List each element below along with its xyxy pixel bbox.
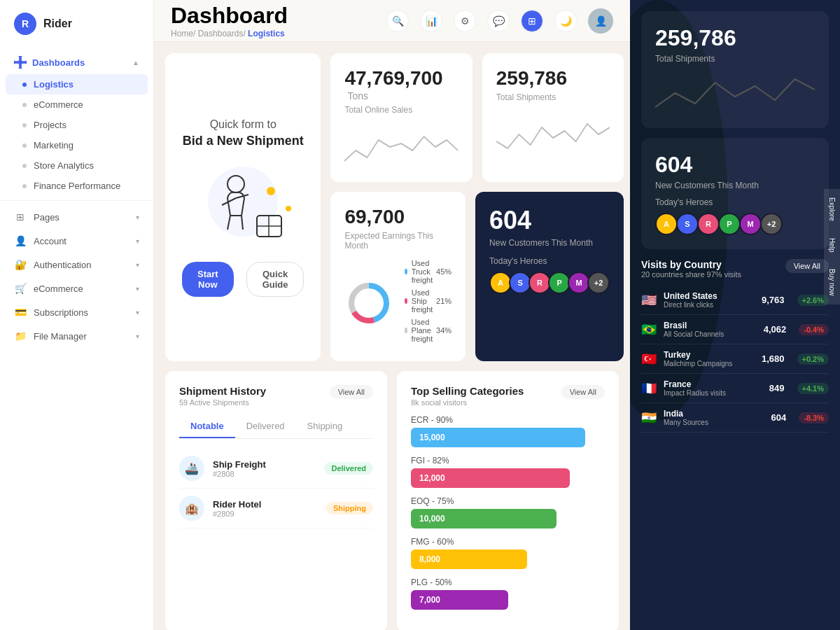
- svg-point-10: [286, 206, 291, 211]
- hero-avatar: P: [718, 213, 741, 235]
- sidebar-ecommerce-toggle[interactable]: 🛒 eCommerce ▾: [0, 276, 153, 300]
- list-item: 🇧🇷 Brasil All Social Channels 4,062 -0.4…: [641, 315, 829, 344]
- change-badge: -8.3%: [799, 412, 829, 424]
- heroes-avatars: A S R P M +2: [489, 272, 610, 294]
- change-badge: +4.1%: [797, 383, 830, 394]
- quick-form-card: Quick form to Bid a New Shipment: [165, 53, 321, 361]
- tr-flag: 🇹🇷: [641, 351, 657, 367]
- dark-shipments-card: 259,786 Total Shipments: [641, 11, 829, 128]
- user-avatar[interactable]: 👤: [588, 8, 613, 34]
- chevron-down-icon: ▾: [136, 214, 139, 221]
- stat-total-online-sales: 47,769,700 Tons Total Online Sales: [330, 53, 472, 182]
- table-row: 🚢 Ship Freight #2808 Delivered: [179, 449, 373, 489]
- visits-subtitle: 20 countries share 97% visits: [641, 270, 741, 279]
- tab-delivered[interactable]: Delivered: [235, 415, 296, 438]
- quick-form-title: Quick form to: [210, 118, 276, 131]
- chevron-down-icon: ▾: [136, 332, 139, 340]
- sidebar-item-store-analytics[interactable]: Store Analytics: [0, 155, 153, 176]
- stat-number: 69,700: [344, 206, 405, 227]
- shipment-view-all-button[interactable]: View All: [330, 385, 373, 399]
- category-bar: 10,000: [411, 509, 556, 528]
- ecommerce-icon: 🛒: [14, 282, 27, 295]
- heroes-section: Today's Heroes A S R P M +2: [489, 256, 610, 294]
- sidebar-subscriptions-toggle[interactable]: 💳 Subscriptions ▾: [0, 300, 153, 324]
- dot-icon: [22, 83, 27, 87]
- sidebar-filemanager-toggle[interactable]: 📁 File Manager ▾: [0, 324, 153, 348]
- apps-icon[interactable]: ⊞: [521, 10, 543, 32]
- filemanager-icon: 📁: [14, 330, 27, 342]
- stat-earnings: 69,700 Expected Earnings This Month: [330, 192, 465, 361]
- ship-freight-label: Used Ship freight 21%: [405, 288, 451, 314]
- app-logo: R Rider: [0, 0, 153, 48]
- svg-point-9: [267, 187, 275, 195]
- chevron-up-icon: ▲: [132, 59, 139, 66]
- sidebar-item-logistics[interactable]: Logistics: [6, 74, 148, 94]
- app-name: Rider: [43, 18, 72, 30]
- start-now-button[interactable]: Start Now: [182, 262, 234, 297]
- categories-subtitle: 8k social visitors: [411, 398, 524, 407]
- hero-avatar: A: [655, 213, 678, 235]
- category-bar: 15,000: [411, 428, 585, 447]
- search-icon[interactable]: 🔍: [386, 10, 409, 32]
- tab-notable[interactable]: Notable: [179, 415, 235, 438]
- ship-icon: 🚢: [179, 456, 204, 481]
- heroes-section-dark: Today's Heroes A S R P M +2: [655, 197, 815, 235]
- shipment-history-card: Shipment History 59 Active Shipments Vie…: [165, 371, 387, 630]
- plane-freight-label: Used Plane freight 34%: [405, 318, 451, 343]
- shipment-id: #2808: [213, 470, 316, 478]
- quick-form-buttons: Start Now Quick Guide: [182, 262, 304, 297]
- dot-icon: [22, 164, 27, 168]
- truck-freight-label: Used Truck freight 45%: [405, 259, 451, 284]
- chart-icon[interactable]: 📊: [420, 10, 442, 32]
- sidebar-dashboards-toggle[interactable]: Dashboards ▲: [0, 50, 153, 74]
- hero-avatar: S: [676, 213, 699, 235]
- table-row: 🏨 Rider Hotel #2809 Shipping: [179, 489, 373, 528]
- categories-title: Top Selling Categories: [411, 385, 524, 397]
- svg-rect-3: [22, 64, 27, 69]
- stat-total-shipments: 259,786 Total Shipments: [482, 53, 624, 182]
- list-item: 🇹🇷 Turkey Mailchimp Campaigns 1,680 +0.2…: [641, 344, 829, 374]
- shipment-history-subtitle: 59 Active Shipments: [179, 398, 266, 407]
- chevron-down-icon: ▾: [136, 309, 139, 316]
- theme-icon[interactable]: 🌙: [554, 10, 577, 32]
- topbar-right: 🔍 📊 ⚙ 💬 ⊞ 🌙 👤: [386, 8, 613, 34]
- sidebar-authentication-toggle[interactable]: 🔐 Authentication ▾: [0, 253, 153, 276]
- us-flag: 🇺🇸: [641, 293, 657, 308]
- shipments-chart: [496, 113, 610, 155]
- visits-view-all-button[interactable]: View All: [785, 259, 829, 273]
- list-item: 🇮🇳 India Many Sources 604 -8.3%: [641, 403, 829, 433]
- dashboard-icon: [14, 56, 27, 69]
- messages-icon[interactable]: 💬: [487, 10, 510, 32]
- list-item: 🇺🇸 United States Direct link clicks 9,76…: [641, 286, 829, 315]
- categories-list: ECR - 90% 15,000 FGI - 82% 12,000 EOQ - …: [411, 415, 605, 610]
- svg-rect-0: [14, 56, 19, 61]
- hero-avatar: +2: [760, 213, 783, 235]
- truck-dot: [405, 269, 407, 274]
- categories-view-all-button[interactable]: View All: [561, 385, 605, 399]
- category-bar: 7,000: [411, 590, 508, 610]
- tab-shipping[interactable]: Shipping: [296, 415, 354, 438]
- dot-icon: [22, 123, 27, 127]
- sidebar-account-toggle[interactable]: 👤 Account ▾: [0, 229, 153, 253]
- change-badge: +0.2%: [797, 354, 830, 365]
- pages-icon: ⊞: [14, 211, 27, 223]
- hero-avatar: R: [697, 213, 720, 235]
- stat-number: 47,769,700: [344, 67, 442, 89]
- sidebar-item-finance-performance[interactable]: Finance Performance: [0, 176, 153, 196]
- logo-icon: R: [14, 13, 36, 35]
- breadcrumb: Home/ Dashboards/ Logistics: [171, 29, 288, 38]
- br-flag: 🇧🇷: [641, 322, 657, 337]
- hero-avatar-more: +2: [587, 272, 610, 294]
- quick-guide-button[interactable]: Quick Guide: [246, 262, 304, 297]
- list-item: FMG - 60% 8,000: [411, 537, 605, 569]
- chevron-down-icon: ▾: [136, 237, 139, 245]
- sidebar-item-ecommerce[interactable]: eCommerce: [0, 94, 153, 115]
- sidebar-pages-toggle[interactable]: ⊞ Pages ▾: [0, 205, 153, 229]
- shipment-status: Shipping: [326, 502, 373, 514]
- sidebar-item-marketing[interactable]: Marketing: [0, 135, 153, 155]
- shipment-name: Ship Freight: [213, 459, 316, 470]
- sidebar-item-projects[interactable]: Projects: [0, 115, 153, 135]
- settings-icon[interactable]: ⚙: [454, 10, 476, 32]
- svg-rect-1: [22, 56, 27, 61]
- change-badge: +2.6%: [797, 295, 830, 306]
